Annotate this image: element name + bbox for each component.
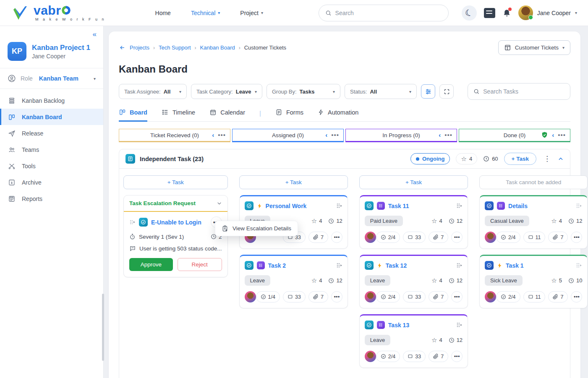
tab-timeline[interactable]: Timeline	[162, 109, 195, 122]
filter-status[interactable]: Status: All ▾	[345, 84, 417, 99]
status-badge[interactable]: Ongoing	[410, 153, 450, 164]
subtask-progress-pill[interactable]: 2/4	[496, 291, 520, 302]
assignee-avatar[interactable]	[365, 351, 376, 362]
role-selector[interactable]: Role Kanban Team ▾	[0, 68, 103, 89]
escalation-card-header[interactable]: Task Escalation Request	[124, 196, 227, 212]
sidebar-item-tools[interactable]: Tools	[0, 158, 103, 174]
collapse-column-icon[interactable]: ‹	[212, 131, 214, 138]
subtask-progress-pill[interactable]: 2/4	[496, 232, 520, 243]
board-selector-dropdown[interactable]: Customer Tickets ▾	[498, 40, 570, 55]
approve-button[interactable]: Approve	[129, 258, 173, 271]
vabro-logo[interactable]: vabr M a k e W o r k F u n	[13, 5, 106, 21]
drag-handle-icon[interactable]	[129, 219, 136, 225]
add-task-button[interactable]: + Task	[359, 175, 468, 189]
subtask-progress-pill[interactable]: 1/4	[256, 291, 280, 302]
assignee-avatar[interactable]	[485, 291, 496, 302]
collapse-column-icon[interactable]: ‹	[552, 131, 554, 138]
column-menu-button[interactable]: •••	[218, 131, 226, 138]
assignee-avatar[interactable]	[365, 232, 376, 243]
more-button[interactable]: •••	[451, 291, 463, 302]
task-title-link[interactable]: Task 2	[268, 262, 286, 269]
drag-handle-icon[interactable]	[456, 262, 463, 269]
global-search-input[interactable]	[335, 10, 442, 16]
fullscreen-button[interactable]	[439, 84, 454, 99]
subtask-progress-pill[interactable]: 2/4	[376, 291, 400, 302]
sidebar-collapse-button[interactable]: «	[93, 30, 97, 38]
breadcrumb-tech-support[interactable]: Tech Support	[159, 44, 191, 51]
nav-home[interactable]: Home	[155, 10, 171, 16]
view-escalation-details-popup[interactable]: View Escalation Details	[215, 221, 298, 236]
comments-pill[interactable]: 33	[403, 351, 426, 362]
drag-handle-icon[interactable]	[336, 262, 342, 269]
more-button[interactable]: •••	[451, 232, 463, 243]
attachments-pill[interactable]: 7	[308, 232, 328, 243]
comments-pill[interactable]: 33	[283, 291, 306, 302]
sidebar-item-reports[interactable]: Reports	[0, 190, 103, 207]
advanced-filters-button[interactable]	[421, 84, 435, 99]
attachments-pill[interactable]: 7	[308, 291, 328, 302]
task-card-details[interactable]: Details Casual Leave ☆4 12	[479, 195, 588, 249]
attachments-pill[interactable]: 7	[429, 232, 448, 243]
comments-pill[interactable]: 33	[403, 291, 426, 302]
sidebar-item-teams[interactable]: Teams	[0, 141, 103, 158]
task-title-link[interactable]: E-Unable to Login	[151, 219, 201, 226]
section-menu-button[interactable]: ⋮	[542, 154, 552, 163]
attachments-pill[interactable]: 7	[429, 291, 448, 302]
filter-group-by[interactable]: Group By: Tasks ▾	[267, 84, 340, 99]
task-title-link[interactable]: Details	[508, 203, 528, 209]
assignee-avatar[interactable]	[485, 232, 496, 243]
comments-pill[interactable]: 33	[403, 232, 426, 243]
task-card-task-12[interactable]: Task 12 Leave ☆4 12	[359, 255, 468, 308]
search-tasks[interactable]	[468, 83, 570, 100]
add-task-button[interactable]: + Task	[239, 175, 348, 189]
breadcrumb-kanban-board[interactable]: Kanban Board	[200, 44, 235, 51]
user-menu[interactable]: Jane Cooper ▾	[518, 5, 577, 20]
comments-pill[interactable]: 11	[523, 232, 546, 243]
task-title-link[interactable]: Task 1	[506, 262, 524, 269]
drag-handle-icon[interactable]	[336, 203, 342, 209]
task-title-link[interactable]: Task 13	[388, 322, 409, 328]
task-title-link[interactable]: Personal Work	[266, 203, 307, 209]
escalation-card[interactable]: Task Escalation Request E-Unable to Logi…	[123, 195, 228, 277]
assignee-avatar[interactable]	[365, 291, 376, 302]
nav-technical[interactable]: Technical▾	[191, 10, 220, 16]
more-button[interactable]: •••	[331, 291, 342, 302]
filter-task-category[interactable]: Task Category: Leave ▾	[191, 84, 262, 99]
task-title-link[interactable]: Task 11	[388, 203, 409, 209]
scrollbar-thumb[interactable]	[102, 294, 104, 361]
tab-calendar[interactable]: Calendar	[209, 109, 245, 122]
reject-button[interactable]: Reject	[178, 258, 222, 271]
sidebar-item-kanban-backlog[interactable]: Kanban Backlog	[0, 92, 103, 109]
filter-task-assignee[interactable]: Task Assignee: All ▾	[119, 84, 187, 99]
tab-board[interactable]: Board	[119, 109, 147, 122]
add-task-button[interactable]: + Task	[504, 153, 536, 165]
more-button[interactable]: •••	[451, 351, 463, 362]
collapse-column-icon[interactable]: ‹	[439, 131, 441, 138]
search-tasks-input[interactable]	[483, 88, 564, 95]
task-card-task-11[interactable]: Task 11 Paid Leave ☆4 12	[359, 195, 468, 249]
drag-handle-icon[interactable]	[456, 203, 463, 209]
attachments-pill[interactable]: 7	[429, 351, 448, 362]
subtask-progress-pill[interactable]: 2/4	[376, 351, 400, 362]
comments-pill[interactable]: 11	[523, 291, 546, 302]
sidebar-item-release[interactable]: Release	[0, 125, 103, 141]
more-button[interactable]: •••	[331, 232, 342, 243]
column-header-ticket-received[interactable]: Ticket Recieved (0) ‹•••	[119, 129, 230, 142]
back-arrow-icon[interactable]	[119, 44, 126, 51]
attachments-pill[interactable]: 7	[548, 291, 568, 302]
column-header-in-progress[interactable]: In Progress (0) ‹•••	[345, 129, 457, 142]
tab-forms[interactable]: Forms	[275, 109, 303, 122]
sidebar-item-kanban-board[interactable]: Kanban Board	[0, 109, 103, 125]
tab-automation[interactable]: Automation	[318, 109, 358, 122]
task-card-task-13[interactable]: Task 13 Leave ☆4 12	[359, 314, 468, 368]
notifications-button[interactable]	[502, 8, 511, 18]
task-title-link[interactable]: Task 12	[386, 262, 407, 269]
task-card-task-2[interactable]: Task 2 Leave ☆4 12	[239, 255, 348, 308]
column-menu-button[interactable]: •••	[558, 131, 566, 138]
add-task-button[interactable]: + Task	[123, 175, 228, 189]
drag-handle-icon[interactable]	[575, 262, 582, 269]
column-header-done[interactable]: Done (0) ‹•••	[459, 129, 570, 142]
more-button[interactable]: •••	[571, 291, 582, 302]
dark-mode-button[interactable]: ☾	[462, 5, 477, 21]
nav-project[interactable]: Project▾	[240, 10, 263, 16]
